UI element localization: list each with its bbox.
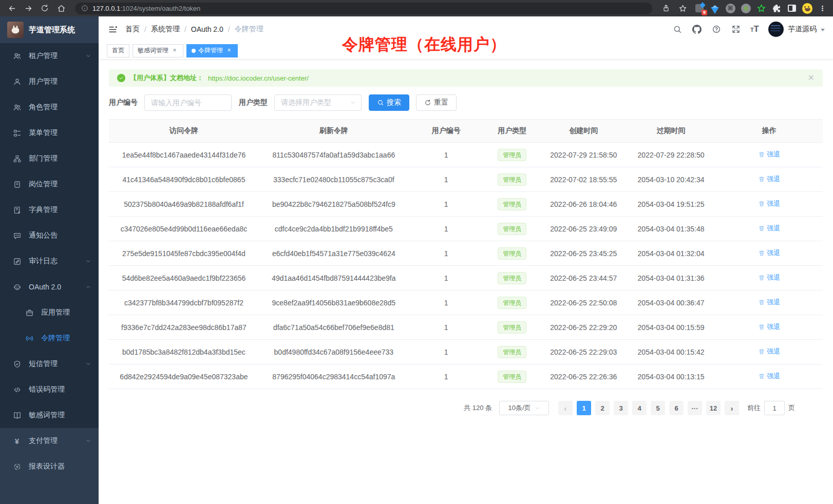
sidebar-item-label: 角色管理 bbox=[29, 103, 58, 112]
user-type-cell: 管理员 bbox=[484, 290, 541, 315]
force-logout-label: 强退 bbox=[767, 248, 780, 258]
user-name: 芋道源码 bbox=[788, 25, 817, 34]
sidebar-item-role[interactable]: 角色管理 bbox=[0, 94, 99, 120]
sidebar-item-notice[interactable]: 通知公告 bbox=[0, 223, 99, 248]
sidebar-item-menu[interactable]: 菜单管理 bbox=[0, 120, 99, 146]
sidebar-item-oauth-app[interactable]: 应用管理 bbox=[0, 300, 99, 325]
page-button-1[interactable]: 1 bbox=[577, 401, 591, 415]
sidebar-item-user[interactable]: 用户管理 bbox=[0, 69, 99, 94]
user-id-input[interactable] bbox=[144, 94, 232, 111]
profile-avatar[interactable] bbox=[802, 3, 812, 13]
record-extension-icon[interactable] bbox=[741, 3, 751, 13]
force-logout-button[interactable]: 强退 bbox=[758, 224, 780, 233]
force-logout-button[interactable]: 强退 bbox=[758, 322, 780, 332]
report-icon bbox=[12, 462, 22, 471]
sidebar-item-errcode[interactable]: 错误码管理 bbox=[0, 377, 99, 402]
sidebar-item-oauth[interactable]: OAuth 2.0 bbox=[0, 274, 99, 300]
tab-令牌管理[interactable]: 令牌管理× bbox=[186, 44, 238, 57]
tab-label: 令牌管理 bbox=[198, 46, 223, 55]
briefcase-icon bbox=[25, 308, 34, 317]
sidebar-item-dept[interactable]: 部门管理 bbox=[0, 146, 99, 171]
jump-label: 前往 bbox=[747, 403, 761, 413]
browser-menu-icon[interactable]: ⋮ bbox=[818, 3, 828, 13]
breadcrumb-separator: / bbox=[228, 25, 230, 33]
force-logout-button[interactable]: 强退 bbox=[758, 150, 780, 159]
app-logo[interactable]: 芋道管理系统 bbox=[0, 16, 99, 43]
bookmark-star-icon[interactable] bbox=[676, 2, 689, 15]
command-extension-icon[interactable]: ⌘ bbox=[725, 3, 735, 13]
next-page-button[interactable]: › bbox=[725, 401, 739, 415]
force-logout-button[interactable]: 强退 bbox=[758, 372, 780, 381]
side-panel-icon[interactable] bbox=[787, 3, 797, 13]
breadcrumb-item[interactable]: 首页 bbox=[125, 25, 140, 34]
sidebar-menu-bottom: ¥支付管理报表设计器 bbox=[0, 428, 99, 504]
extension-badge-icon[interactable]: 9 bbox=[694, 3, 705, 13]
jump-page-input[interactable] bbox=[764, 401, 785, 415]
user-type-select[interactable]: 请选择用户类型 bbox=[274, 94, 362, 111]
home-button[interactable] bbox=[54, 2, 68, 15]
refresh-token-cell: be90422b8c7946218275a508bf524fc9 bbox=[259, 192, 409, 217]
help-icon[interactable] bbox=[711, 24, 722, 34]
github-icon[interactable] bbox=[692, 24, 702, 34]
sidebar-item-oauth-token[interactable]: 令牌管理 bbox=[0, 325, 99, 351]
site-info-icon[interactable] bbox=[81, 5, 88, 12]
force-logout-button[interactable]: 强退 bbox=[758, 298, 780, 307]
user-id-cell: 1 bbox=[409, 266, 484, 290]
tab-首页[interactable]: 首页 bbox=[107, 44, 129, 57]
page-button-6[interactable]: 6 bbox=[669, 401, 684, 415]
reload-button[interactable] bbox=[38, 2, 51, 15]
prev-page-button[interactable]: ‹ bbox=[558, 401, 573, 415]
sidebar-item-label: 敏感词管理 bbox=[29, 411, 65, 420]
page-button-2[interactable]: 2 bbox=[595, 401, 610, 415]
user-dropdown[interactable]: 芋道源码 bbox=[768, 22, 825, 37]
force-logout-button[interactable]: 强退 bbox=[758, 248, 780, 258]
url-field[interactable]: 127.0.0.1:1024/system/oauth2/token bbox=[75, 3, 652, 14]
sidebar-item-tenant[interactable]: 租户管理 bbox=[0, 43, 99, 69]
reset-button[interactable]: 重置 bbox=[416, 94, 457, 111]
table-row: 54d6be82ee5a460a9aedc1f9bf22365649d1aa46… bbox=[109, 266, 823, 290]
force-logout-button[interactable]: 强退 bbox=[758, 347, 780, 356]
page-size-select[interactable]: 10条/页 bbox=[499, 401, 549, 415]
sidebar-item-sensitive[interactable]: 敏感词管理 bbox=[0, 402, 99, 428]
fullscreen-icon[interactable] bbox=[731, 24, 741, 34]
chevron-down-icon bbox=[85, 361, 91, 367]
sidebar-item-sms[interactable]: 短信管理 bbox=[0, 351, 99, 377]
breadcrumb-item[interactable]: 系统管理 bbox=[151, 25, 180, 34]
doc-link[interactable]: https://doc.iocoder.cn/user-center/ bbox=[208, 74, 309, 82]
share-icon[interactable] bbox=[659, 2, 673, 15]
gem-extension-icon[interactable] bbox=[710, 3, 720, 13]
sidebar-toggle-icon[interactable] bbox=[107, 24, 118, 35]
table-row: b0d1785bc3a8482f812db4a3f3bd15ecb0df4980… bbox=[109, 340, 823, 364]
force-logout-button[interactable]: 强退 bbox=[758, 273, 780, 282]
force-logout-label: 强退 bbox=[767, 199, 780, 208]
sidebar-item-report[interactable]: 报表设计器 bbox=[0, 454, 99, 479]
column-header: 过期时间 bbox=[627, 120, 716, 143]
sidebar-item-dict[interactable]: 字典管理 bbox=[0, 197, 99, 223]
user-type-tag: 管理员 bbox=[498, 149, 526, 161]
sidebar-item-audit[interactable]: 审计日志 bbox=[0, 248, 99, 274]
more-pages-button[interactable]: ··· bbox=[688, 401, 702, 415]
search-icon[interactable] bbox=[672, 24, 683, 34]
forward-button[interactable] bbox=[22, 2, 35, 15]
page-button-4[interactable]: 4 bbox=[632, 401, 647, 415]
font-size-icon[interactable]: TT bbox=[750, 24, 759, 34]
alert-close-icon[interactable]: ✕ bbox=[808, 74, 815, 82]
back-button[interactable] bbox=[5, 2, 18, 15]
sidebar-item-pay[interactable]: ¥支付管理 bbox=[0, 428, 99, 454]
created-time-cell: 2022-06-25 22:50:08 bbox=[541, 290, 627, 315]
created-time-cell: 2022-06-25 22:26:36 bbox=[541, 364, 627, 389]
force-logout-button[interactable]: 强退 bbox=[758, 175, 780, 184]
page-button-12[interactable]: 12 bbox=[706, 401, 721, 415]
extensions-puzzle-icon[interactable] bbox=[771, 3, 782, 13]
search-button[interactable]: 搜索 bbox=[369, 94, 409, 111]
star-extension-icon[interactable] bbox=[756, 3, 766, 13]
force-logout-button[interactable]: 强退 bbox=[758, 199, 780, 208]
user-type-label: 用户类型 bbox=[239, 98, 268, 107]
tab-close-icon[interactable]: × bbox=[225, 47, 233, 54]
tab-close-icon[interactable]: × bbox=[171, 47, 178, 54]
page-button-3[interactable]: 3 bbox=[614, 401, 628, 415]
tab-敏感词管理[interactable]: 敏感词管理× bbox=[132, 44, 183, 57]
sidebar-item-post[interactable]: 岗位管理 bbox=[0, 171, 99, 197]
page-button-5[interactable]: 5 bbox=[651, 401, 665, 415]
breadcrumb-item[interactable]: OAuth 2.0 bbox=[191, 25, 223, 33]
